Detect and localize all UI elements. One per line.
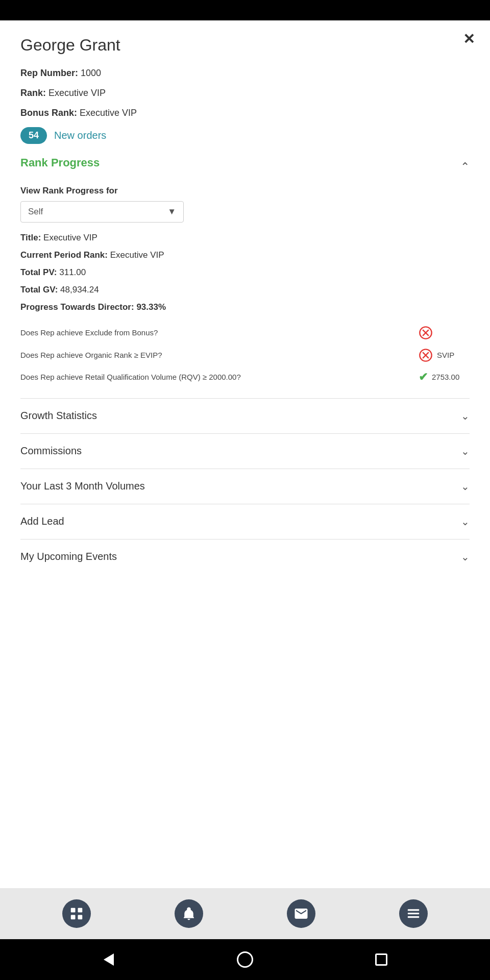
- svg-rect-11: [408, 913, 420, 914]
- total-pv-value: 311.00: [59, 267, 86, 277]
- criteria-result-1: [419, 326, 470, 340]
- check-icon-3: ✔: [419, 371, 428, 384]
- recent-icon: [375, 953, 387, 966]
- bottom-nav: [0, 888, 490, 939]
- no-icon-2: [419, 348, 433, 362]
- bonus-rank-label: Bonus Rank:: [20, 108, 77, 118]
- rank-progress-header: Rank Progress ⌃: [20, 156, 470, 178]
- status-bar: [0, 0, 490, 20]
- menu-icon: [406, 906, 421, 921]
- svg-rect-10: [408, 909, 420, 911]
- criteria-text-1: Does Rep achieve Exclude from Bonus?: [20, 327, 419, 338]
- home-icon: [237, 951, 253, 968]
- criteria-result-3: ✔ 2753.00: [419, 371, 470, 384]
- current-period-line: Current Period Rank: Executive VIP: [20, 250, 470, 260]
- android-home-button[interactable]: [236, 950, 254, 969]
- rank-progress-dropdown[interactable]: Self ▼: [20, 201, 184, 223]
- criteria-row-2: Does Rep achieve Organic Rank ≥ EVIP? SV…: [20, 344, 470, 366]
- rep-number-label: Rep Number:: [20, 68, 78, 78]
- last-month-volumes-section: Your Last 3 Month Volumes ⌄: [20, 469, 470, 504]
- criteria-row-3: Does Rep achieve Retail Qualification Vo…: [20, 366, 470, 388]
- collapse-rank-progress-icon[interactable]: ⌃: [460, 160, 470, 174]
- commissions-header[interactable]: Commissions ⌄: [20, 434, 470, 469]
- add-lead-chevron-icon: ⌄: [461, 516, 470, 528]
- current-period-value: Executive VIP: [110, 250, 164, 260]
- rank-label: Rank:: [20, 88, 46, 98]
- total-gv-line: Total GV: 48,934.24: [20, 285, 470, 295]
- title-value: Executive VIP: [43, 233, 97, 242]
- commissions-section: Commissions ⌄: [20, 433, 470, 469]
- commissions-chevron-icon: ⌄: [461, 445, 470, 457]
- dropdown-value: Self: [28, 207, 43, 217]
- add-lead-title: Add Lead: [20, 516, 64, 527]
- rep-number-line: Rep Number: 1000: [20, 67, 470, 80]
- commissions-title: Commissions: [20, 445, 82, 457]
- add-lead-section: Add Lead ⌄: [20, 504, 470, 539]
- new-orders-link[interactable]: New orders: [54, 130, 106, 141]
- user-name: George Grant: [20, 36, 470, 55]
- title-line: Title: Executive VIP: [20, 233, 470, 243]
- bonus-rank-value: Executive VIP: [80, 108, 137, 118]
- svg-rect-8: [71, 915, 76, 920]
- growth-statistics-header[interactable]: Growth Statistics ⌄: [20, 399, 470, 433]
- close-button[interactable]: ✕: [463, 31, 475, 47]
- progress-director-line: Progress Towards Director: 93.33%: [20, 302, 470, 312]
- criteria-table: Does Rep achieve Exclude from Bonus? Doe…: [20, 322, 470, 388]
- svg-rect-6: [71, 908, 76, 913]
- collapsible-sections: Growth Statistics ⌄ Commissions ⌄ Your L…: [20, 398, 470, 574]
- add-lead-header[interactable]: Add Lead ⌄: [20, 504, 470, 539]
- total-gv-label: Total GV:: [20, 285, 58, 295]
- last-month-volumes-header[interactable]: Your Last 3 Month Volumes ⌄: [20, 469, 470, 504]
- criteria-text-2: Does Rep achieve Organic Rank ≥ EVIP?: [20, 350, 419, 360]
- no-icon-1: [419, 326, 433, 340]
- nav-grid-button[interactable]: [62, 899, 91, 928]
- view-rank-label: View Rank Progress for: [20, 186, 470, 196]
- growth-statistics-section: Growth Statistics ⌄: [20, 398, 470, 433]
- criteria-text-3: Does Rep achieve Retail Qualification Vo…: [20, 372, 419, 382]
- android-nav: [0, 939, 490, 980]
- orders-badge: 54: [20, 127, 47, 144]
- criteria-result-2: SVIP: [419, 348, 470, 362]
- criteria-row-1: Does Rep achieve Exclude from Bonus?: [20, 322, 470, 344]
- growth-statistics-title: Growth Statistics: [20, 410, 97, 422]
- criteria-value-2: SVIP: [437, 351, 454, 359]
- new-orders-row: 54 New orders: [20, 127, 470, 144]
- svg-rect-9: [78, 915, 83, 920]
- nav-bell-button[interactable]: [175, 899, 203, 928]
- chevron-down-icon: ▼: [167, 207, 176, 217]
- current-period-label: Current Period Rank:: [20, 250, 108, 260]
- last-month-volumes-chevron-icon: ⌄: [461, 480, 470, 493]
- nav-menu-button[interactable]: [399, 899, 428, 928]
- svg-rect-7: [78, 908, 83, 913]
- rank-progress-title: Rank Progress: [20, 156, 100, 169]
- upcoming-events-header[interactable]: My Upcoming Events ⌄: [20, 540, 470, 574]
- bonus-rank-line: Bonus Rank: Executive VIP: [20, 107, 470, 119]
- rank-progress-section: Rank Progress ⌃ View Rank Progress for S…: [20, 156, 470, 388]
- total-gv-value: 48,934.24: [60, 285, 99, 295]
- total-pv-label: Total PV:: [20, 267, 57, 277]
- progress-value: 93.33%: [136, 302, 166, 312]
- progress-label: Progress Towards Director:: [20, 302, 134, 312]
- grid-icon: [69, 906, 84, 921]
- last-month-volumes-title: Your Last 3 Month Volumes: [20, 480, 145, 492]
- svg-rect-12: [408, 916, 420, 918]
- total-pv-line: Total PV: 311.00: [20, 267, 470, 278]
- nav-mail-button[interactable]: [287, 899, 315, 928]
- upcoming-events-chevron-icon: ⌄: [461, 551, 470, 563]
- main-content: ✕ George Grant Rep Number: 1000 Rank: Ex…: [0, 20, 490, 888]
- rank-value: Executive VIP: [48, 88, 106, 98]
- growth-statistics-chevron-icon: ⌄: [461, 410, 470, 422]
- title-label: Title:: [20, 233, 41, 242]
- bell-icon: [181, 906, 197, 921]
- criteria-value-3: 2753.00: [432, 373, 459, 381]
- mail-icon: [293, 906, 309, 921]
- back-icon: [104, 953, 114, 966]
- rank-line: Rank: Executive VIP: [20, 87, 470, 100]
- upcoming-events-section: My Upcoming Events ⌄: [20, 539, 470, 574]
- android-recent-button[interactable]: [372, 950, 390, 969]
- rep-number-value: 1000: [81, 68, 101, 78]
- upcoming-events-title: My Upcoming Events: [20, 551, 117, 562]
- android-back-button[interactable]: [100, 950, 118, 969]
